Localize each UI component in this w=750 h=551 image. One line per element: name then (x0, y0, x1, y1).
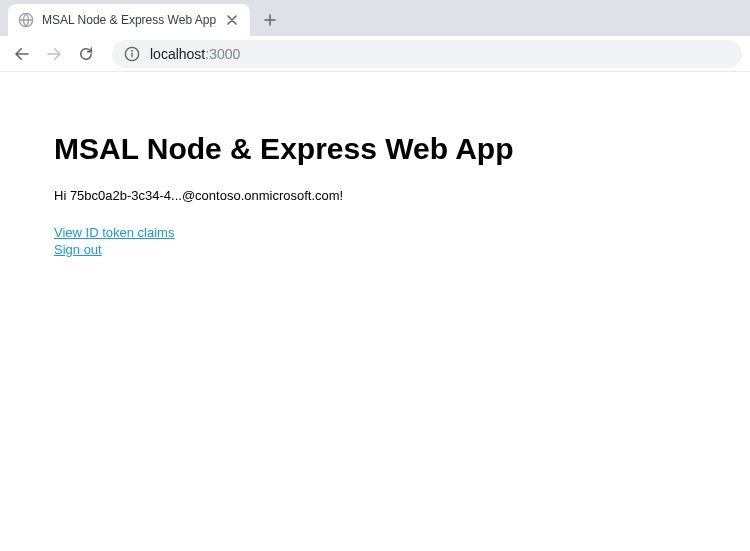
arrow-left-icon (13, 45, 31, 63)
browser-toolbar: localhost:3000 (0, 36, 750, 72)
site-info-icon[interactable] (124, 46, 140, 62)
tab-title: MSAL Node & Express Web App (42, 13, 216, 27)
reload-icon (77, 45, 95, 63)
url-text: localhost:3000 (150, 46, 240, 62)
view-id-token-claims-link[interactable]: View ID token claims (54, 225, 174, 242)
new-tab-button[interactable] (256, 6, 284, 34)
url-host: localhost (150, 46, 205, 62)
browser-tab[interactable]: MSAL Node & Express Web App (8, 4, 250, 36)
back-button[interactable] (8, 40, 36, 68)
close-tab-button[interactable] (224, 12, 240, 28)
forward-button[interactable] (40, 40, 68, 68)
globe-icon (18, 12, 34, 28)
url-port: :3000 (205, 46, 240, 62)
page-content: MSAL Node & Express Web App Hi 75bc0a2b-… (0, 72, 750, 259)
plus-icon (264, 14, 276, 26)
close-icon (227, 15, 237, 25)
page-heading: MSAL Node & Express Web App (54, 132, 696, 166)
greeting-text: Hi 75bc0a2b-3c34-4...@contoso.onmicrosof… (54, 188, 696, 203)
address-bar[interactable]: localhost:3000 (112, 40, 742, 68)
sign-out-link[interactable]: Sign out (54, 242, 102, 259)
links-list: View ID token claims Sign out (54, 225, 696, 259)
svg-point-3 (132, 50, 133, 51)
arrow-right-icon (45, 45, 63, 63)
reload-button[interactable] (72, 40, 100, 68)
tab-strip: MSAL Node & Express Web App (0, 0, 750, 36)
